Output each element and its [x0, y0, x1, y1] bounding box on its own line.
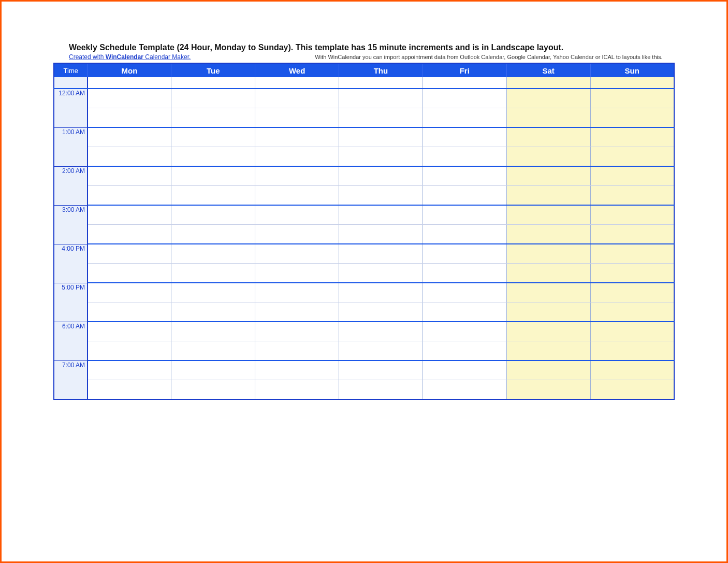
- schedule-cell-weekend[interactable]: [590, 147, 674, 167]
- schedule-cell[interactable]: [88, 302, 171, 322]
- schedule-cell[interactable]: [171, 205, 255, 225]
- schedule-cell[interactable]: [255, 360, 339, 380]
- schedule-cell-weekend[interactable]: [506, 147, 590, 167]
- schedule-cell-weekend[interactable]: [506, 302, 590, 322]
- schedule-cell-weekend[interactable]: [506, 380, 590, 400]
- schedule-cell-weekend[interactable]: [590, 322, 674, 341]
- schedule-cell[interactable]: [88, 77, 171, 89]
- schedule-cell[interactable]: [423, 322, 506, 341]
- schedule-cell-weekend[interactable]: [506, 244, 590, 264]
- schedule-cell[interactable]: [423, 225, 506, 244]
- schedule-cell[interactable]: [339, 127, 423, 147]
- schedule-cell-weekend[interactable]: [506, 127, 590, 147]
- schedule-cell-weekend[interactable]: [590, 302, 674, 322]
- schedule-cell[interactable]: [339, 360, 423, 380]
- schedule-cell[interactable]: [339, 205, 423, 225]
- schedule-cell[interactable]: [88, 108, 171, 128]
- schedule-cell-weekend[interactable]: [506, 205, 590, 225]
- schedule-cell[interactable]: [339, 244, 423, 264]
- schedule-cell-weekend[interactable]: [590, 108, 674, 128]
- schedule-cell[interactable]: [255, 380, 339, 400]
- schedule-cell-weekend[interactable]: [590, 225, 674, 244]
- schedule-cell[interactable]: [171, 108, 255, 128]
- schedule-cell-weekend[interactable]: [590, 166, 674, 186]
- schedule-cell[interactable]: [255, 77, 339, 89]
- schedule-cell[interactable]: [88, 341, 171, 361]
- schedule-cell[interactable]: [423, 166, 506, 186]
- schedule-cell-weekend[interactable]: [590, 89, 674, 108]
- schedule-cell[interactable]: [423, 264, 506, 283]
- schedule-cell[interactable]: [171, 244, 255, 264]
- schedule-cell[interactable]: [339, 341, 423, 361]
- schedule-cell[interactable]: [255, 205, 339, 225]
- schedule-cell[interactable]: [88, 147, 171, 167]
- schedule-cell[interactable]: [339, 380, 423, 400]
- schedule-cell[interactable]: [339, 89, 423, 108]
- schedule-cell[interactable]: [88, 225, 171, 244]
- schedule-cell[interactable]: [171, 283, 255, 302]
- schedule-cell-weekend[interactable]: [506, 341, 590, 361]
- schedule-cell[interactable]: [171, 89, 255, 108]
- schedule-cell[interactable]: [255, 166, 339, 186]
- schedule-cell[interactable]: [171, 322, 255, 341]
- schedule-cell-weekend[interactable]: [506, 225, 590, 244]
- schedule-cell[interactable]: [171, 225, 255, 244]
- schedule-cell[interactable]: [255, 264, 339, 283]
- schedule-cell-weekend[interactable]: [506, 264, 590, 283]
- schedule-cell[interactable]: [88, 89, 171, 108]
- schedule-cell-weekend[interactable]: [590, 264, 674, 283]
- schedule-cell[interactable]: [88, 264, 171, 283]
- schedule-cell-weekend[interactable]: [590, 380, 674, 400]
- schedule-cell[interactable]: [171, 186, 255, 206]
- schedule-cell[interactable]: [255, 127, 339, 147]
- schedule-cell[interactable]: [88, 127, 171, 147]
- schedule-cell[interactable]: [423, 127, 506, 147]
- schedule-cell[interactable]: [339, 77, 423, 89]
- schedule-cell-weekend[interactable]: [506, 77, 590, 89]
- schedule-cell[interactable]: [339, 147, 423, 167]
- schedule-cell[interactable]: [339, 186, 423, 206]
- schedule-cell[interactable]: [88, 166, 171, 186]
- schedule-cell[interactable]: [339, 302, 423, 322]
- schedule-cell[interactable]: [423, 77, 506, 89]
- schedule-cell[interactable]: [171, 341, 255, 361]
- schedule-cell[interactable]: [171, 302, 255, 322]
- schedule-cell-weekend[interactable]: [590, 186, 674, 206]
- schedule-cell-weekend[interactable]: [590, 244, 674, 264]
- schedule-cell[interactable]: [339, 166, 423, 186]
- schedule-cell[interactable]: [255, 147, 339, 167]
- schedule-cell[interactable]: [88, 186, 171, 206]
- schedule-cell-weekend[interactable]: [590, 341, 674, 361]
- schedule-cell[interactable]: [255, 108, 339, 128]
- schedule-cell[interactable]: [171, 380, 255, 400]
- schedule-cell[interactable]: [255, 244, 339, 264]
- schedule-cell[interactable]: [255, 322, 339, 341]
- schedule-cell[interactable]: [339, 283, 423, 302]
- schedule-cell[interactable]: [255, 186, 339, 206]
- schedule-cell[interactable]: [171, 166, 255, 186]
- schedule-cell[interactable]: [339, 264, 423, 283]
- schedule-cell[interactable]: [255, 283, 339, 302]
- schedule-cell-weekend[interactable]: [506, 283, 590, 302]
- schedule-cell[interactable]: [423, 302, 506, 322]
- schedule-cell[interactable]: [423, 205, 506, 225]
- schedule-cell[interactable]: [88, 205, 171, 225]
- schedule-cell-weekend[interactable]: [590, 205, 674, 225]
- schedule-cell[interactable]: [255, 225, 339, 244]
- schedule-cell[interactable]: [88, 360, 171, 380]
- schedule-cell-weekend[interactable]: [506, 108, 590, 128]
- schedule-cell[interactable]: [171, 264, 255, 283]
- schedule-cell[interactable]: [88, 244, 171, 264]
- schedule-cell-weekend[interactable]: [506, 186, 590, 206]
- schedule-cell[interactable]: [171, 147, 255, 167]
- schedule-cell[interactable]: [339, 322, 423, 341]
- schedule-cell[interactable]: [339, 225, 423, 244]
- schedule-cell-weekend[interactable]: [506, 166, 590, 186]
- schedule-cell[interactable]: [339, 108, 423, 128]
- schedule-cell[interactable]: [171, 77, 255, 89]
- schedule-cell[interactable]: [171, 127, 255, 147]
- schedule-cell[interactable]: [88, 322, 171, 341]
- schedule-cell[interactable]: [423, 244, 506, 264]
- schedule-cell-weekend[interactable]: [590, 283, 674, 302]
- schedule-cell-weekend[interactable]: [506, 322, 590, 341]
